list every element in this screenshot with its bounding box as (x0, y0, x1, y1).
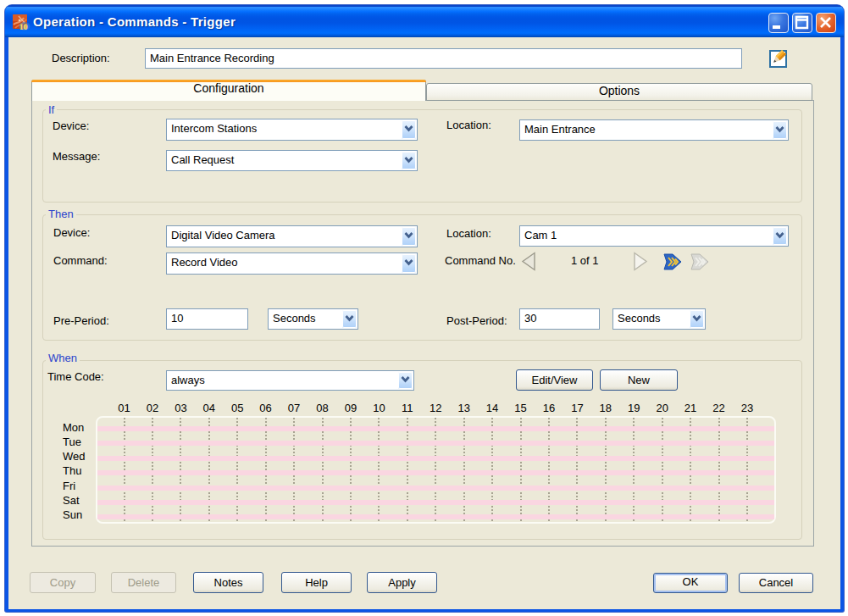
svg-text:10: 10 (19, 23, 28, 31)
